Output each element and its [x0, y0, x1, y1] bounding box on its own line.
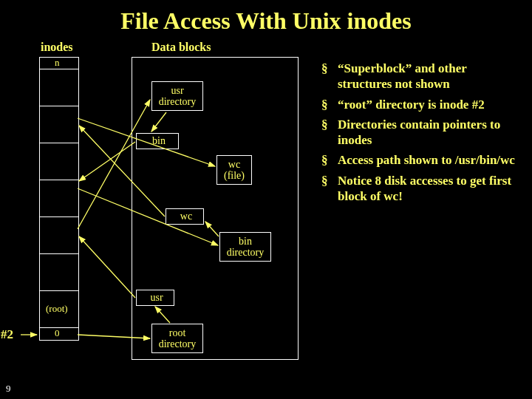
inodes-heading: inodes: [41, 41, 73, 54]
inode-cell: [40, 254, 78, 291]
inode-0-label: 0: [55, 327, 60, 339]
inode-cell-0: 0: [40, 328, 78, 340]
inode-cell: (root): [40, 291, 78, 328]
svg-line-6: [79, 142, 135, 181]
wc-file-label: wc (file): [224, 159, 245, 182]
bullet-list: “Superblock” and other structures not sh…: [321, 61, 521, 208]
inode-cell: [40, 69, 78, 106]
bullet-item: “Superblock” and other structures not sh…: [321, 61, 521, 92]
bin-directory-box: bin directory: [219, 232, 271, 262]
svg-line-3: [79, 236, 135, 298]
bin-label-box: bin: [136, 133, 179, 149]
slide-number: 9: [6, 383, 11, 395]
inode-2-marker: #2: [1, 327, 13, 342]
bin-directory-label: bin directory: [227, 236, 265, 259]
inode-table: n (root) 0: [39, 57, 79, 341]
usr-label-box: usr: [136, 290, 174, 306]
usr-directory-label: usr directory: [159, 85, 197, 108]
usr-label: usr: [150, 292, 163, 303]
bullet-item: Notice 8 disk accesses to get first bloc…: [321, 173, 521, 205]
usr-directory-box: usr directory: [151, 81, 203, 111]
wc-label-box: wc: [166, 208, 204, 225]
datablocks-heading: Data blocks: [151, 41, 211, 54]
bullet-item: Access path shown to /usr/bin/wc: [321, 152, 521, 168]
root-directory-label: root directory: [159, 327, 197, 350]
wc-file-box: wc (file): [216, 155, 252, 185]
bullet-item: “root” directory is inode #2: [321, 97, 521, 112]
inode-cell: [40, 180, 78, 217]
inode-cell-n: n: [40, 58, 78, 69]
root-directory-box: root directory: [151, 324, 203, 353]
inode-root-label: (root): [46, 303, 68, 315]
bin-label: bin: [152, 135, 166, 146]
page-title: File Access With Unix inodes: [0, 0, 532, 35]
wc-label: wc: [180, 211, 192, 222]
inode-cell: [40, 217, 78, 254]
inode-cell: [40, 143, 78, 180]
bullet-item: Directories contain pointers to inodes: [321, 117, 521, 149]
inode-cell: [40, 106, 78, 143]
inode-n-label: n: [55, 57, 60, 69]
